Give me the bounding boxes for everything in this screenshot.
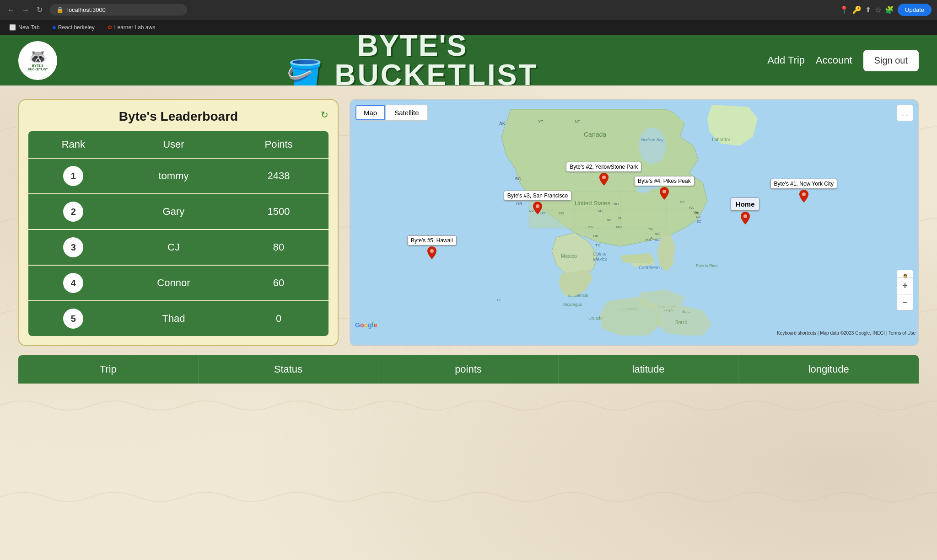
user-cell: Gary — [118, 194, 229, 229]
svg-point-57 — [536, 204, 539, 208]
map-tab-satellite[interactable]: Satellite — [386, 105, 427, 121]
refresh-icon[interactable]: ↻ — [321, 109, 328, 120]
app-header: 🦝 BYTE'SBUCKETLIST BYTE'S 🪣 BUCKETLIST A… — [0, 35, 937, 85]
map-pin-yellowstone[interactable]: Byte's #2, YellowStone Park — [566, 162, 641, 186]
pin-icon-pikes — [660, 187, 669, 200]
map-zoom-out-button[interactable]: − — [897, 294, 913, 310]
back-button[interactable]: ← — [5, 4, 16, 16]
rank-cell: 1 — [28, 158, 118, 194]
rank-badge: 3 — [63, 237, 83, 257]
rank-cell: 3 — [28, 229, 118, 265]
col-rank: Rank — [28, 131, 118, 158]
tab-favicon-3: ✿ — [108, 24, 112, 31]
rank-cell: 4 — [28, 265, 118, 301]
pin-label-yellowstone: Byte's #2, YellowStone Park — [566, 162, 641, 172]
pin-icon-nyc — [799, 190, 808, 203]
leaderboard-title: Byte's Leaderboard — [119, 109, 238, 124]
nav-buttons: ← → ↻ — [5, 4, 44, 16]
map-tab-controls: Map Satellite — [355, 105, 428, 121]
title-line1: BYTE'S — [57, 31, 767, 60]
logo: 🦝 BYTE'SBUCKETLIST — [18, 41, 57, 80]
user-cell: Thad — [118, 301, 229, 336]
bottom-table: Trip Status points latitude longitude — [18, 355, 919, 384]
map-pin-nyc[interactable]: Byte's #1, New York City — [770, 179, 837, 203]
svg-point-59 — [430, 249, 434, 253]
content-row: Byte's Leaderboard ↻ Rank User Points 1t… — [18, 99, 919, 346]
map-zoom-controls: + − — [897, 277, 913, 310]
header-nav: Add Trip Account Sign out — [767, 50, 919, 71]
map-wrapper: Gulf of Mexico Caribbean Sea Canada Unit… — [350, 100, 918, 338]
tab-favicon: ⬜ — [9, 24, 16, 31]
table-row: 5Thad0 — [28, 301, 328, 336]
col-latitude: latitude — [559, 355, 739, 384]
points-cell: 2438 — [229, 158, 328, 194]
add-trip-link[interactable]: Add Trip — [767, 54, 805, 66]
table-row: 1tommy2438 — [28, 158, 328, 194]
points-cell: 1500 — [229, 194, 328, 229]
reload-button[interactable]: ↻ — [35, 4, 44, 16]
col-longitude: longitude — [738, 355, 919, 384]
user-cell: tommy — [118, 158, 229, 194]
map-pin-pikes[interactable]: Byte's #4, Pikes Peak — [634, 176, 695, 200]
svg-point-60 — [743, 214, 747, 218]
tab-favicon-2: ■ — [52, 24, 55, 31]
table-row: 2Gary1500 — [28, 194, 328, 229]
points-cell: 60 — [229, 265, 328, 301]
pin-label-hawaii: Byte's #5, Hawaii — [407, 235, 457, 245]
map-pins-layer: Byte's #2, YellowStone Park Byte's #1, N… — [350, 100, 918, 338]
key-icon: 🔑 — [852, 5, 862, 14]
table-header-row: Rank User Points — [28, 131, 328, 158]
tab-new-tab[interactable]: ⬜ New Tab — [5, 22, 43, 32]
pin-icon-home — [741, 212, 750, 224]
svg-point-56 — [802, 192, 806, 196]
lock-icon: 🔒 — [56, 6, 64, 13]
url-text: localhost:3000 — [67, 6, 106, 13]
rank-badge: 1 — [63, 166, 83, 186]
rank-cell: 2 — [28, 194, 118, 229]
account-link[interactable]: Account — [816, 54, 852, 66]
map-tab-map[interactable]: Map — [355, 105, 386, 121]
pin-icon-yellowstone — [599, 173, 609, 186]
table-row: 4Connor60 — [28, 265, 328, 301]
pin-label-home: Home — [731, 197, 760, 211]
pin-icon-hawaii — [427, 246, 436, 259]
browser-chrome: ← → ↻ 🔒 localhost:3000 📍 🔑 ⬆ ☆ 🧩 Update — [0, 0, 937, 20]
svg-point-55 — [602, 176, 606, 179]
forward-button[interactable]: → — [20, 4, 31, 16]
update-button[interactable]: Update — [898, 4, 932, 16]
leaderboard-header: Byte's Leaderboard ↻ — [28, 109, 328, 124]
leaderboard-container: Byte's Leaderboard ↻ Rank User Points 1t… — [18, 99, 339, 346]
map-pin-home[interactable]: Home — [731, 197, 760, 224]
map-attribution: Keyboard shortcuts | Map data ©2023 Goog… — [777, 331, 915, 336]
tab-label-2: React berkeley — [58, 24, 95, 31]
points-cell: 80 — [229, 229, 328, 265]
rank-badge: 2 — [63, 202, 83, 222]
col-user: User — [118, 131, 229, 158]
address-bar[interactable]: 🔒 localhost:3000 — [50, 4, 187, 16]
map-pin-sf[interactable]: Byte's #3, San Francisco — [504, 191, 571, 214]
map-container: Gulf of Mexico Caribbean Sea Canada Unit… — [350, 99, 919, 346]
raccoon-icon: 🦝 — [29, 49, 47, 64]
extension-icon: 🧩 — [885, 5, 894, 14]
logo-text: BYTE'SBUCKETLIST — [27, 64, 48, 71]
col-status: Status — [199, 355, 379, 384]
map-zoom-in-button[interactable]: + — [897, 277, 913, 294]
col-points: points — [378, 355, 559, 384]
logo-area: 🦝 BYTE'SBUCKETLIST — [18, 41, 57, 80]
svg-point-58 — [662, 190, 666, 193]
col-points: Points — [229, 131, 328, 158]
map-pin-hawaii[interactable]: Byte's #5, Hawaii — [407, 235, 457, 259]
sign-out-button[interactable]: Sign out — [863, 50, 919, 71]
star-icon: ☆ — [875, 5, 881, 14]
google-logo: Google — [355, 321, 377, 329]
user-cell: CJ — [118, 229, 229, 265]
user-cell: Connor — [118, 265, 229, 301]
pin-label-pikes: Byte's #4, Pikes Peak — [634, 176, 695, 186]
leaderboard-table: Rank User Points 1tommy24382Gary15003CJ8… — [28, 131, 328, 336]
location-icon: 📍 — [840, 5, 849, 14]
share-icon: ⬆ — [865, 5, 871, 14]
rank-badge: 4 — [63, 273, 83, 293]
bottom-table-header-row: Trip Status points latitude longitude — [18, 355, 919, 384]
pin-label-sf: Byte's #3, San Francisco — [504, 191, 571, 201]
map-expand-button[interactable] — [897, 105, 913, 121]
